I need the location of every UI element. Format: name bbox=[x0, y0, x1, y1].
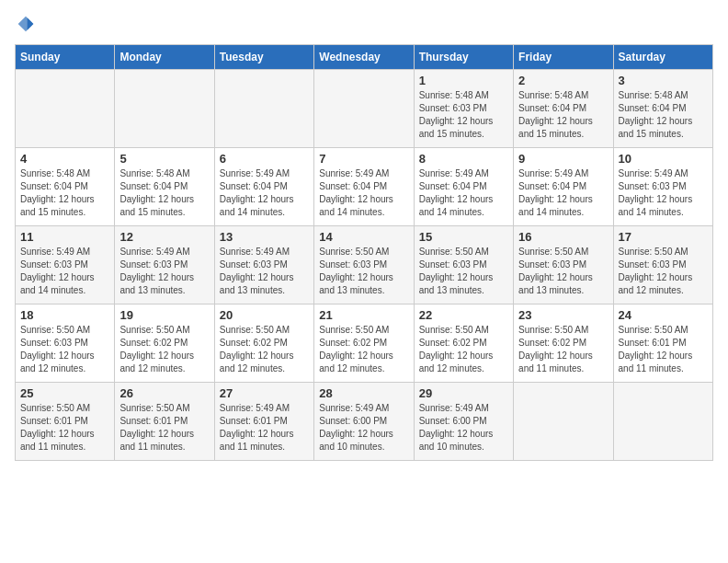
calendar-week-row: 1Sunrise: 5:48 AM Sunset: 6:03 PM Daylig… bbox=[16, 70, 713, 148]
day-number: 13 bbox=[220, 230, 309, 244]
svg-marker-1 bbox=[28, 17, 34, 29]
header-friday: Friday bbox=[514, 45, 613, 70]
calendar-header-row: SundayMondayTuesdayWednesdayThursdayFrid… bbox=[16, 45, 713, 70]
day-number: 26 bbox=[119, 386, 209, 400]
calendar-cell: 23Sunrise: 5:50 AM Sunset: 6:02 PM Dayli… bbox=[514, 304, 613, 383]
day-info: Sunrise: 5:50 AM Sunset: 6:03 PM Dayligh… bbox=[518, 246, 608, 297]
calendar-cell: 14Sunrise: 5:50 AM Sunset: 6:03 PM Dayli… bbox=[314, 226, 414, 304]
day-number: 22 bbox=[419, 308, 508, 322]
day-info: Sunrise: 5:48 AM Sunset: 6:04 PM Dayligh… bbox=[619, 89, 708, 141]
calendar-week-row: 18Sunrise: 5:50 AM Sunset: 6:03 PM Dayli… bbox=[16, 304, 713, 383]
calendar-cell bbox=[115, 70, 214, 148]
day-info: Sunrise: 5:49 AM Sunset: 6:00 PM Dayligh… bbox=[319, 402, 408, 454]
calendar-cell: 8Sunrise: 5:49 AM Sunset: 6:04 PM Daylig… bbox=[414, 148, 513, 226]
day-number: 16 bbox=[518, 230, 608, 244]
day-info: Sunrise: 5:50 AM Sunset: 6:03 PM Dayligh… bbox=[20, 324, 109, 375]
day-info: Sunrise: 5:50 AM Sunset: 6:01 PM Dayligh… bbox=[619, 324, 708, 375]
day-info: Sunrise: 5:48 AM Sunset: 6:04 PM Dayligh… bbox=[518, 89, 608, 141]
day-number: 1 bbox=[419, 74, 508, 87]
day-info: Sunrise: 5:50 AM Sunset: 6:01 PM Dayligh… bbox=[20, 402, 109, 454]
day-info: Sunrise: 5:50 AM Sunset: 6:02 PM Dayligh… bbox=[419, 324, 508, 375]
day-number: 5 bbox=[119, 152, 209, 166]
day-number: 9 bbox=[518, 152, 608, 166]
day-number: 29 bbox=[419, 386, 508, 400]
day-info: Sunrise: 5:49 AM Sunset: 6:04 PM Dayligh… bbox=[319, 167, 408, 219]
calendar-cell bbox=[514, 383, 613, 461]
day-info: Sunrise: 5:50 AM Sunset: 6:03 PM Dayligh… bbox=[319, 246, 408, 297]
calendar-cell: 15Sunrise: 5:50 AM Sunset: 6:03 PM Dayli… bbox=[414, 226, 513, 304]
calendar-cell: 17Sunrise: 5:50 AM Sunset: 6:03 PM Dayli… bbox=[613, 226, 712, 304]
header-wednesday: Wednesday bbox=[314, 45, 414, 70]
page-header bbox=[15, 15, 713, 33]
day-info: Sunrise: 5:49 AM Sunset: 6:03 PM Dayligh… bbox=[619, 167, 708, 219]
day-number: 8 bbox=[419, 152, 508, 166]
day-number: 6 bbox=[220, 152, 309, 166]
day-info: Sunrise: 5:50 AM Sunset: 6:03 PM Dayligh… bbox=[619, 246, 708, 297]
calendar-cell: 29Sunrise: 5:49 AM Sunset: 6:00 PM Dayli… bbox=[414, 383, 513, 461]
calendar-week-row: 25Sunrise: 5:50 AM Sunset: 6:01 PM Dayli… bbox=[16, 383, 713, 461]
calendar-cell: 20Sunrise: 5:50 AM Sunset: 6:02 PM Dayli… bbox=[214, 304, 313, 383]
calendar-cell: 16Sunrise: 5:50 AM Sunset: 6:03 PM Dayli… bbox=[514, 226, 613, 304]
day-info: Sunrise: 5:49 AM Sunset: 6:03 PM Dayligh… bbox=[220, 246, 309, 297]
day-number: 4 bbox=[20, 152, 109, 166]
day-number: 7 bbox=[319, 152, 408, 166]
day-info: Sunrise: 5:50 AM Sunset: 6:02 PM Dayligh… bbox=[319, 324, 408, 375]
calendar-cell bbox=[314, 70, 414, 148]
calendar-cell: 6Sunrise: 5:49 AM Sunset: 6:04 PM Daylig… bbox=[214, 148, 313, 226]
calendar-cell: 28Sunrise: 5:49 AM Sunset: 6:00 PM Dayli… bbox=[314, 383, 414, 461]
day-info: Sunrise: 5:48 AM Sunset: 6:04 PM Dayligh… bbox=[20, 167, 109, 219]
header-tuesday: Tuesday bbox=[214, 45, 313, 70]
calendar-cell bbox=[16, 70, 115, 148]
day-number: 14 bbox=[319, 230, 408, 244]
calendar-cell: 10Sunrise: 5:49 AM Sunset: 6:03 PM Dayli… bbox=[613, 148, 712, 226]
day-number: 19 bbox=[119, 308, 209, 322]
day-number: 24 bbox=[619, 308, 708, 322]
day-info: Sunrise: 5:50 AM Sunset: 6:03 PM Dayligh… bbox=[419, 246, 508, 297]
day-number: 18 bbox=[20, 308, 109, 322]
calendar-week-row: 11Sunrise: 5:49 AM Sunset: 6:03 PM Dayli… bbox=[16, 226, 713, 304]
day-number: 12 bbox=[119, 230, 209, 244]
calendar-cell: 4Sunrise: 5:48 AM Sunset: 6:04 PM Daylig… bbox=[16, 148, 115, 226]
day-info: Sunrise: 5:50 AM Sunset: 6:02 PM Dayligh… bbox=[220, 324, 309, 375]
calendar-cell: 1Sunrise: 5:48 AM Sunset: 6:03 PM Daylig… bbox=[414, 70, 513, 148]
day-number: 23 bbox=[518, 308, 608, 322]
calendar-cell: 9Sunrise: 5:49 AM Sunset: 6:04 PM Daylig… bbox=[514, 148, 613, 226]
day-number: 25 bbox=[20, 386, 109, 400]
day-number: 10 bbox=[619, 152, 708, 166]
day-number: 17 bbox=[619, 230, 708, 244]
calendar-cell: 5Sunrise: 5:48 AM Sunset: 6:04 PM Daylig… bbox=[115, 148, 214, 226]
day-info: Sunrise: 5:49 AM Sunset: 6:04 PM Dayligh… bbox=[419, 167, 508, 219]
day-number: 27 bbox=[220, 386, 309, 400]
calendar-cell bbox=[214, 70, 313, 148]
calendar-cell: 19Sunrise: 5:50 AM Sunset: 6:02 PM Dayli… bbox=[115, 304, 214, 383]
logo bbox=[15, 15, 37, 33]
calendar-cell: 27Sunrise: 5:49 AM Sunset: 6:01 PM Dayli… bbox=[214, 383, 313, 461]
day-number: 20 bbox=[220, 308, 309, 322]
day-info: Sunrise: 5:49 AM Sunset: 6:04 PM Dayligh… bbox=[220, 167, 309, 219]
calendar-cell: 26Sunrise: 5:50 AM Sunset: 6:01 PM Dayli… bbox=[115, 383, 214, 461]
day-number: 28 bbox=[319, 386, 408, 400]
day-info: Sunrise: 5:49 AM Sunset: 6:03 PM Dayligh… bbox=[20, 246, 109, 297]
calendar-table: SundayMondayTuesdayWednesdayThursdayFrid… bbox=[15, 44, 713, 461]
calendar-cell: 25Sunrise: 5:50 AM Sunset: 6:01 PM Dayli… bbox=[16, 383, 115, 461]
calendar-cell: 12Sunrise: 5:49 AM Sunset: 6:03 PM Dayli… bbox=[115, 226, 214, 304]
day-info: Sunrise: 5:50 AM Sunset: 6:02 PM Dayligh… bbox=[518, 324, 608, 375]
calendar-cell bbox=[613, 383, 712, 461]
calendar-cell: 22Sunrise: 5:50 AM Sunset: 6:02 PM Dayli… bbox=[414, 304, 513, 383]
day-number: 2 bbox=[518, 74, 608, 87]
day-info: Sunrise: 5:49 AM Sunset: 6:03 PM Dayligh… bbox=[119, 246, 209, 297]
calendar-cell: 11Sunrise: 5:49 AM Sunset: 6:03 PM Dayli… bbox=[16, 226, 115, 304]
calendar-week-row: 4Sunrise: 5:48 AM Sunset: 6:04 PM Daylig… bbox=[16, 148, 713, 226]
header-saturday: Saturday bbox=[613, 45, 712, 70]
day-number: 3 bbox=[619, 74, 708, 87]
calendar-cell: 3Sunrise: 5:48 AM Sunset: 6:04 PM Daylig… bbox=[613, 70, 712, 148]
header-monday: Monday bbox=[115, 45, 214, 70]
day-info: Sunrise: 5:49 AM Sunset: 6:00 PM Dayligh… bbox=[419, 402, 508, 454]
header-sunday: Sunday bbox=[16, 45, 115, 70]
day-info: Sunrise: 5:50 AM Sunset: 6:02 PM Dayligh… bbox=[119, 324, 209, 375]
day-info: Sunrise: 5:48 AM Sunset: 6:03 PM Dayligh… bbox=[419, 89, 508, 141]
day-info: Sunrise: 5:49 AM Sunset: 6:01 PM Dayligh… bbox=[220, 402, 309, 454]
calendar-cell: 13Sunrise: 5:49 AM Sunset: 6:03 PM Dayli… bbox=[214, 226, 313, 304]
header-thursday: Thursday bbox=[414, 45, 513, 70]
calendar-cell: 2Sunrise: 5:48 AM Sunset: 6:04 PM Daylig… bbox=[514, 70, 613, 148]
